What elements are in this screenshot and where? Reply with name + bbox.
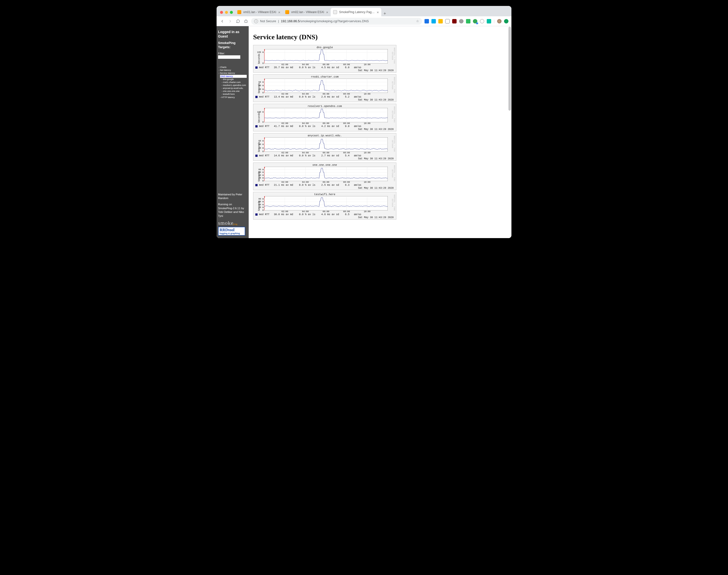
security-label: Not Secure bbox=[260, 19, 276, 23]
ext-icon-1[interactable] bbox=[424, 19, 429, 24]
chart-yticks: 020 m40 m60 m bbox=[258, 137, 264, 151]
chart-plot bbox=[264, 108, 388, 122]
minimize-window-button[interactable] bbox=[225, 11, 228, 14]
latency-chart[interactable]: testwifi.hereSecondsRRDTOOL / TOBI OETIK… bbox=[253, 192, 396, 219]
site-info-icon[interactable]: i bbox=[254, 19, 258, 23]
reload-button[interactable] bbox=[235, 19, 241, 24]
forward-button[interactable] bbox=[228, 19, 233, 24]
tab-title: SmokePing Latency Page for S bbox=[339, 10, 375, 14]
url-separator: | bbox=[278, 19, 279, 23]
nav-tree-item[interactable]: - dns.google bbox=[218, 78, 247, 81]
close-tab-icon[interactable]: × bbox=[326, 10, 328, 14]
latency-chart[interactable]: rns01.charter.comSecondsRRDTOOL / TOBI O… bbox=[253, 74, 396, 102]
vmware-favicon bbox=[285, 10, 289, 14]
ext-icon-9[interactable] bbox=[480, 19, 484, 24]
chart-timestamp: Sat May 30 11:43:28 2020 bbox=[358, 128, 394, 131]
latency-chart[interactable]: anycast.ip.wustl.edu.SecondsRRDTOOL / TO… bbox=[253, 133, 396, 161]
chart-legend: med RTT 26.7 ms av md 0.0 % av ls 4.5 ms… bbox=[255, 66, 361, 69]
chart-yticks: 020 m40 m60 m80 m bbox=[258, 167, 264, 181]
targets-header: SmokePing Targets: bbox=[218, 41, 247, 49]
chart-watermark: RRDTOOL / TOBI OETIKER bbox=[393, 76, 395, 94]
ext-icon-10[interactable] bbox=[487, 19, 491, 24]
close-tab-icon[interactable]: × bbox=[278, 10, 280, 14]
chart-yticks: 020 m40 m60 m80 m bbox=[258, 196, 264, 210]
chart-watermark: RRDTOOL / TOBI OETIKER bbox=[393, 105, 395, 124]
nav-tree-item[interactable]: - testwifi.here bbox=[218, 93, 247, 96]
latency-chart[interactable]: resolver1.opendns.comSecondsRRDTOOL / TO… bbox=[253, 104, 396, 131]
chart-plot bbox=[264, 49, 388, 64]
latency-chart[interactable]: one.one.one.oneSecondsRRDTOOL / TOBI OET… bbox=[253, 163, 396, 190]
nav-tree: - Charts- Net latency- Service latencyDN… bbox=[218, 66, 247, 99]
chart-title: resolver1.opendns.com bbox=[254, 104, 395, 108]
globe-favicon bbox=[333, 10, 337, 14]
chart-title: rns01.charter.com bbox=[254, 75, 395, 78]
nav-tree-item[interactable]: - HTTP latency bbox=[218, 96, 247, 99]
ext-icon-3[interactable] bbox=[438, 19, 443, 24]
chart-yticks: 020 m40 m60 m bbox=[258, 78, 264, 93]
chart-timestamp: Sat May 30 11:43:28 2020 bbox=[358, 187, 394, 190]
running-on: Running on SmokePing-2.6.11 by Tobi Oeti… bbox=[218, 203, 247, 218]
login-status: Logged in as Guest bbox=[218, 30, 247, 38]
nav-tree-item[interactable]: - rns01.charter.com bbox=[218, 81, 247, 84]
profile-avatar[interactable] bbox=[497, 19, 501, 24]
back-button[interactable] bbox=[219, 19, 225, 24]
chart-timestamp: Sat May 30 11:43:28 2020 bbox=[358, 216, 394, 219]
home-button[interactable] bbox=[243, 19, 249, 24]
page-title: Service latency (DNS) bbox=[253, 33, 507, 41]
ext-icon-6[interactable] bbox=[459, 19, 463, 24]
filter-input[interactable] bbox=[218, 55, 240, 59]
chart-timestamp: Sat May 30 11:43:28 2020 bbox=[358, 69, 394, 72]
chart-title: dns.google bbox=[254, 46, 395, 49]
evernote-icon[interactable] bbox=[466, 19, 471, 24]
ext-icon-12[interactable] bbox=[504, 19, 509, 24]
ublock-icon[interactable] bbox=[452, 19, 457, 24]
chart-yticks: 0100 m bbox=[258, 108, 264, 122]
close-tab-icon[interactable]: × bbox=[377, 10, 379, 14]
address-bar[interactable]: i Not Secure | 192.168.86.5/smokeping/sm… bbox=[251, 18, 422, 25]
url-host: 192.168.86.5 bbox=[281, 19, 300, 23]
main-panel: Service latency (DNS) dns.googleSecondsR… bbox=[249, 26, 512, 238]
browser-window: vm01.lan - VMware ESXi×vm02.lan - VMware… bbox=[216, 6, 512, 238]
nav-tree-item[interactable]: - one.one.one.one bbox=[218, 90, 247, 93]
new-tab-button[interactable]: + bbox=[381, 11, 388, 16]
chart-timestamp: Sat May 30 11:43:28 2020 bbox=[358, 157, 394, 160]
legend-swatch-icon bbox=[255, 184, 257, 186]
page-content: Logged in as Guest SmokePing Targets: Fi… bbox=[216, 26, 512, 238]
browser-tab[interactable]: vm02.lan - VMware ESXi× bbox=[283, 8, 331, 16]
rrdtool-logo[interactable]: RRDtool logging & graphing bbox=[218, 227, 245, 236]
chart-title: one.one.one.one bbox=[254, 163, 395, 167]
nav-tree-item[interactable]: - anycast.ip.wustl.edu. bbox=[218, 87, 247, 90]
browser-tab[interactable]: SmokePing Latency Page for S× bbox=[331, 8, 381, 16]
nav-tree-item[interactable]: - Net latency bbox=[218, 69, 247, 72]
nav-tree-item[interactable]: DNS latency bbox=[218, 75, 247, 78]
nav-tree-item[interactable]: - resolver1.opendns.com bbox=[218, 84, 247, 87]
latency-chart[interactable]: dns.googleSecondsRRDTOOL / TOBI OETIKER0… bbox=[253, 45, 396, 73]
maximize-window-button[interactable] bbox=[230, 11, 233, 14]
chart-legend: med RTT 41.7 ms av md 0.0 % av ls 4.2 ms… bbox=[255, 125, 361, 128]
browser-toolbar: i Not Secure | 192.168.86.5/smokeping/sm… bbox=[216, 16, 512, 26]
bookmark-star-icon[interactable]: ☆ bbox=[416, 19, 419, 23]
window-controls bbox=[219, 11, 235, 16]
nav-tree-item[interactable]: - Service latency bbox=[218, 72, 247, 75]
chart-timestamp: Sat May 30 11:43:28 2020 bbox=[358, 99, 394, 101]
vmware-favicon bbox=[237, 10, 241, 14]
close-window-button[interactable] bbox=[220, 11, 223, 14]
sidebar: Logged in as Guest SmokePing Targets: Fi… bbox=[216, 26, 249, 238]
ext-icon-2[interactable] bbox=[431, 19, 436, 24]
chart-plot bbox=[264, 137, 388, 151]
tab-title: vm02.lan - VMware ESXi bbox=[291, 10, 324, 14]
ext-separator: | bbox=[494, 19, 495, 24]
chart-legend: med RTT 13.4 ms av md 0.0 % av ls 2.6 ms… bbox=[255, 96, 361, 98]
pocket-icon[interactable] bbox=[445, 19, 450, 24]
ext-icon-8[interactable]: 1 bbox=[473, 19, 477, 24]
vertical-scrollbar[interactable] bbox=[509, 27, 511, 111]
smokeping-logo[interactable]: smokeping bbox=[218, 220, 247, 227]
chart-plot bbox=[264, 196, 388, 210]
legend-swatch-icon bbox=[255, 213, 257, 215]
filter-label: Filter: bbox=[218, 52, 247, 55]
nav-tree-item[interactable]: - Charts bbox=[218, 66, 247, 69]
chart-plot bbox=[264, 78, 388, 93]
chart-title: anycast.ip.wustl.edu. bbox=[254, 134, 395, 137]
browser-tab[interactable]: vm01.lan - VMware ESXi× bbox=[235, 8, 283, 16]
chart-watermark: RRDTOOL / TOBI OETIKER bbox=[393, 194, 395, 212]
